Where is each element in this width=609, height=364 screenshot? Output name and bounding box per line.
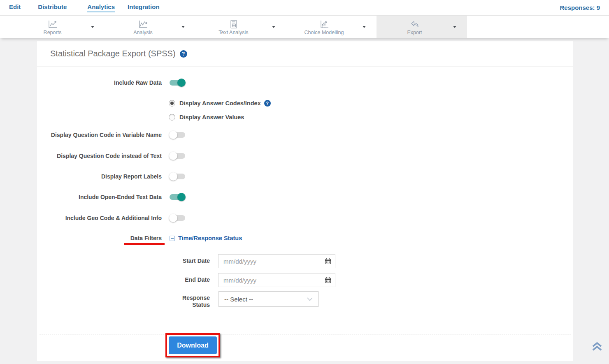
red-box-annotation: Download: [165, 333, 220, 357]
form-row-answer-codes: Display Answer Codes/Index ?: [37, 96, 573, 110]
radio-dot: [170, 102, 174, 105]
nav-item-edit[interactable]: Edit: [9, 3, 21, 12]
nav-group-reports: Reports: [14, 16, 105, 38]
scatter-model-icon: [319, 19, 330, 29]
form-row-geo-code: Include Geo Code & Additional Info: [37, 211, 573, 225]
tab-label: Text Analysis: [218, 30, 248, 35]
form-row-end-date: End Date: [177, 273, 335, 287]
tab-label: Analysis: [133, 30, 153, 35]
field-label: Include Open-Ended Text Data: [37, 194, 162, 201]
panel-header: Statistical Package Export (SPSS) ?: [37, 41, 573, 67]
form-row-question-code-variable: Display Question Code in Variable Name: [37, 128, 573, 142]
tab-choice-modelling[interactable]: Choice Modelling: [286, 16, 362, 38]
line-chart-icon: [47, 19, 58, 29]
toggle-knob: [169, 131, 177, 139]
nav-item-integration[interactable]: Integration: [128, 3, 160, 12]
start-date-field: [218, 254, 335, 268]
data-filters-label: Data Filters: [37, 235, 162, 242]
field-label: Start Date: [177, 254, 210, 264]
chevron-down-icon[interactable]: [181, 26, 185, 28]
tab-label: Reports: [44, 30, 62, 35]
export-panel: Statistical Package Export (SPSS) ? Incl…: [37, 41, 573, 361]
field-label: End Date: [177, 273, 210, 283]
time-response-status-toggle[interactable]: Time/Response Status: [170, 235, 242, 241]
tab-label: Choice Modelling: [304, 30, 344, 35]
tab-export[interactable]: Export: [377, 16, 453, 38]
field-label: Display Question Code instead of Text: [37, 153, 162, 160]
tab-text-analysis[interactable]: Text Analysis: [195, 16, 272, 38]
report-labels-toggle[interactable]: [170, 174, 185, 179]
toggle-knob: [169, 214, 177, 222]
analytics-sub-nav: Reports Analysis Text Ana: [0, 16, 609, 38]
export-arrow-icon: [409, 19, 420, 29]
chevron-down-icon[interactable]: [363, 26, 366, 28]
collapse-minus-icon[interactable]: [170, 236, 175, 241]
form-row-open-ended: Include Open-Ended Text Data: [37, 190, 573, 204]
calendar-icon[interactable]: [325, 258, 331, 264]
top-nav: Edit Distribute Analytics Integration Re…: [0, 0, 609, 16]
toggle-knob: [169, 152, 177, 160]
radio-label[interactable]: Display Answer Codes/Index: [179, 100, 261, 107]
nav-group-analysis: Analysis: [105, 16, 195, 38]
nav-group-choice-modelling: Choice Modelling: [286, 16, 377, 38]
response-status-select[interactable]: -- Select --: [218, 291, 319, 307]
question-code-variable-toggle[interactable]: [170, 132, 185, 138]
radio-display-answer-values[interactable]: [169, 114, 175, 121]
double-chevron-up-icon: [591, 341, 603, 352]
form-row-data-filters: Data Filters Time/Response Status: [37, 231, 573, 245]
form-row-include-raw-data: Include Raw Data: [37, 76, 573, 90]
radio-display-answer-codes[interactable]: [169, 100, 175, 107]
chevron-down-icon[interactable]: [272, 26, 275, 28]
form-row-report-labels: Display Report Labels: [37, 169, 573, 183]
form-row-start-date: Start Date: [177, 254, 335, 268]
field-label: Include Raw Data: [37, 79, 162, 86]
radio-label[interactable]: Display Answer Values: [179, 114, 244, 121]
field-label: Include Geo Code & Additional Info: [37, 215, 162, 222]
footer-divider: [40, 334, 571, 334]
toggle-knob: [169, 172, 177, 181]
question-code-text-toggle[interactable]: [170, 153, 185, 159]
back-to-top-button[interactable]: [591, 341, 603, 354]
nav-item-analytics[interactable]: Analytics: [87, 3, 115, 12]
tab-analysis[interactable]: Analysis: [105, 16, 181, 38]
chevron-down-icon[interactable]: [453, 26, 456, 28]
field-label: Display Report Labels: [37, 173, 162, 180]
download-button[interactable]: Download: [169, 336, 217, 354]
nav-item-distribute[interactable]: Distribute: [38, 3, 67, 12]
help-icon[interactable]: ?: [264, 100, 271, 107]
chevron-down-icon[interactable]: [91, 26, 94, 28]
field-label: Display Question Code in Variable Name: [37, 132, 162, 139]
nav-group-text-analysis: Text Analysis: [195, 16, 286, 38]
minus-bar: [171, 238, 174, 239]
chevron-down-icon: [307, 297, 313, 301]
end-date-field: [218, 273, 335, 287]
toggle-knob: [177, 79, 186, 87]
form-row-response-status: Response Status -- Select --: [177, 291, 319, 308]
area-chart-icon: [138, 19, 149, 29]
select-value: -- Select --: [224, 296, 253, 303]
geo-code-toggle[interactable]: [170, 215, 185, 221]
form-row-answer-values: Display Answer Values: [37, 110, 573, 124]
tab-reports[interactable]: Reports: [14, 16, 91, 38]
help-icon[interactable]: ?: [180, 50, 187, 58]
toggle-knob: [177, 193, 186, 201]
start-date-input[interactable]: [218, 255, 325, 268]
document-analysis-icon: [228, 19, 239, 29]
calendar-icon[interactable]: [325, 277, 331, 283]
page-title: Statistical Package Export (SPSS): [50, 49, 176, 58]
nav-group-export: Export: [377, 16, 467, 38]
field-label: Response Status: [177, 291, 210, 308]
open-ended-toggle[interactable]: [170, 194, 185, 200]
end-date-input[interactable]: [218, 274, 325, 287]
tab-label: Export: [407, 30, 422, 35]
responses-count: Responses: 9: [560, 4, 600, 11]
red-underline-annotation: [124, 243, 165, 245]
section-link-label[interactable]: Time/Response Status: [178, 235, 242, 241]
include-raw-data-toggle[interactable]: [170, 80, 185, 86]
form-row-question-code-text: Display Question Code instead of Text: [37, 149, 573, 163]
